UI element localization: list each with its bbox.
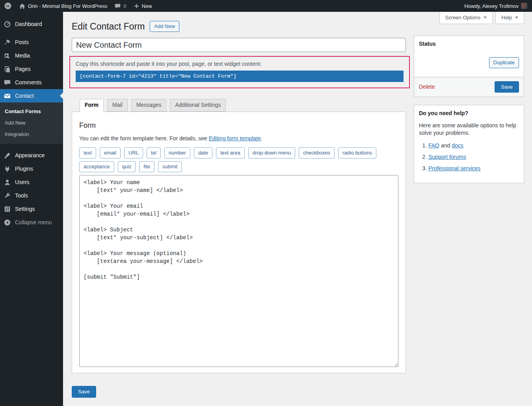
delete-link[interactable]: Delete [419,84,435,90]
comment-bubble-icon [114,3,121,9]
admin-bar-right: Howdy, Alexey Trofimov [464,0,527,12]
sidebar-item-contact[interactable]: Contact [0,89,63,102]
tag-button-tel[interactable]: tel [147,147,161,158]
hint-text: . [261,135,262,142]
tab-mail[interactable]: Mail [107,99,128,112]
tag-button-text-area[interactable]: text area [216,147,245,158]
faq-link[interactable]: FAQ [428,142,439,149]
tag-button-text[interactable]: text [79,147,96,158]
plus-icon [134,3,140,9]
screen-options-label: Screen Options [445,15,481,20]
new-label: New [142,3,152,9]
admin-bar: W Orin - Minimal Blog For WordPress 0 Ne… [0,0,532,12]
form-template-textarea[interactable]: <label> Your name [text* your-name] </la… [79,175,398,367]
sidebar-item-posts[interactable]: Posts [0,35,63,49]
sidebar-item-dashboard[interactable]: Dashboard [0,17,63,31]
sidebar-item-contact-forms[interactable]: Contact Forms [0,106,63,117]
tab-messages[interactable]: Messages [131,99,167,112]
help-label: Help [501,15,512,20]
help-body: Here are some available options to help … [414,121,524,183]
tag-button-radio-buttons[interactable]: radio buttons [338,147,376,158]
sidebar-item-label: Tools [15,192,28,199]
sidebar-item-label: Media [15,52,30,59]
professional-services-link[interactable]: Professional services [428,165,480,171]
dashboard-icon [3,20,11,28]
sidebar-item-integration[interactable]: Integration [0,129,63,140]
site-name: Orin - Minimal Blog For WordPress [28,3,107,9]
sidebar-item-tools[interactable]: Tools [0,189,63,202]
sidebar-item-appearance[interactable]: Appearance [0,149,63,162]
svg-text:W: W [6,4,10,8]
sidebar-item-users[interactable]: Users [0,175,63,189]
tag-button-email[interactable]: email [100,147,121,158]
brush-icon [3,151,11,159]
tag-button-checkboxes[interactable]: checkboxes [299,147,335,158]
comments-menu[interactable]: 0 [114,0,126,12]
help-title: Do you need help? [414,105,524,121]
tab-form[interactable]: Form [80,99,104,112]
chevron-down-icon [515,17,518,19]
wrench-icon [3,192,11,199]
sidebar-item-label: Plugins [15,166,33,172]
home-icon [19,3,26,9]
save-button-bottom[interactable]: Save [72,386,96,398]
sidebar-item-settings[interactable]: Settings [0,202,63,216]
tag-button-acceptance[interactable]: acceptance [79,161,114,172]
sidebar-item-plugins[interactable]: Plugins [0,162,63,175]
sidebar-item-comments[interactable]: Comments [0,76,63,89]
site-name-menu[interactable]: Orin - Minimal Blog For WordPress [19,0,107,12]
user-icon [3,178,11,186]
status-footer: Delete Save [414,77,524,97]
content-area: Screen Options Help Edit Contact Form Ad… [63,12,532,406]
media-icon [3,52,11,60]
list-item: FAQ and docs [428,142,519,149]
add-new-button[interactable]: Add New [150,21,179,32]
screen-options-button[interactable]: Screen Options [439,12,493,24]
status-body: Duplicate [414,52,524,77]
tab-additional-settings[interactable]: Additional Settings [170,99,226,112]
sidebar-item-label: Appearance [15,152,45,158]
help-button[interactable]: Help [495,12,524,24]
sidebar-item-label: Users [15,179,30,185]
sidebar-item-add-new[interactable]: Add New [0,117,63,129]
wordpress-logo-icon: W [4,2,12,10]
panel-hint: You can edit the form template here. For… [79,135,398,142]
my-account-menu[interactable]: Howdy, Alexey Trofimov [464,0,527,12]
sidebar-item-pages[interactable]: Pages [0,62,63,76]
shortcode-text: [contact-form-7 id="4213" title="New Con… [80,73,236,79]
sidebar-item-media[interactable]: Media [0,49,63,62]
support-forums-link[interactable]: Support forums [428,154,466,160]
wp-logo-menu[interactable]: W [4,0,12,12]
help-metabox: Do you need help? Here are some availabl… [414,105,524,183]
docs-link[interactable]: docs [452,142,463,149]
tag-button-date[interactable]: date [194,147,212,158]
tag-button-file[interactable]: file [139,161,154,172]
tag-button-drop-down-menu[interactable]: drop-down menu [248,147,296,158]
screen-meta-links: Screen Options Help [439,12,524,24]
sidebar-item-label: Posts [15,39,29,45]
hint-text: You can edit the form template here. For… [79,135,209,142]
page-title: Edit Contact Form [72,20,145,32]
comments-icon [3,78,11,86]
shortcode-hint: Copy this shortcode and paste it into yo… [76,61,404,67]
new-content-menu[interactable]: New [134,0,152,12]
tag-button-quiz[interactable]: quiz [118,161,136,172]
list-item-text: and [439,142,452,149]
sidebar-item-label: Dashboard [15,21,42,27]
comments-count: 0 [123,3,126,9]
editing-form-template-link[interactable]: Editing form template [209,135,261,142]
form-title-input[interactable] [72,38,406,52]
duplicate-button[interactable]: Duplicate [489,57,519,68]
collapse-menu-button[interactable]: Collapse menu [0,216,63,229]
tag-button-url[interactable]: URL [124,147,143,158]
tag-button-submit[interactable]: submit [158,161,182,172]
howdy-text: Howdy, Alexey Trofimov [464,3,519,9]
avatar [521,3,527,9]
shortcode-input[interactable]: [contact-form-7 id="4213" title="New Con… [76,71,404,82]
admin-bar-left: W Orin - Minimal Blog For WordPress 0 Ne… [4,0,152,12]
settings-sliders-icon [3,205,11,213]
sidebar-item-label: Comments [15,79,42,86]
tag-button-number[interactable]: number [164,147,190,158]
save-button-status[interactable]: Save [495,81,519,93]
status-title: Status [414,36,524,52]
